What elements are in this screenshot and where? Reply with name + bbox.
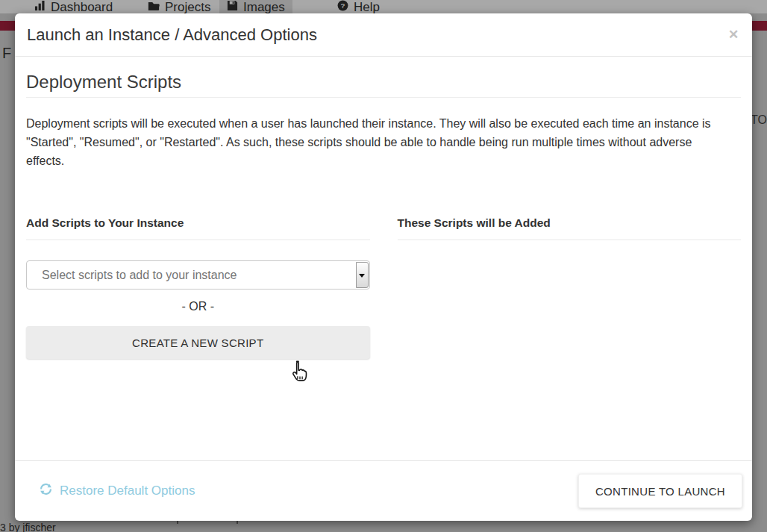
- bar-chart-icon: [34, 0, 46, 13]
- nav-tab-projects[interactable]: Projects: [140, 0, 218, 13]
- add-scripts-heading: Add Scripts to Your Instance: [26, 216, 370, 240]
- nav-tab-label: Help: [354, 0, 380, 13]
- nav-tab-help[interactable]: ? Help: [330, 0, 387, 13]
- top-navigation: Dashboard Projects Images ? Help: [0, 0, 767, 13]
- scripts-select-placeholder: Select scripts to add to your instance: [42, 261, 237, 289]
- refresh-icon: [39, 482, 53, 500]
- select-dropdown-arrow-icon: [356, 262, 369, 288]
- scripts-select[interactable]: Select scripts to add to your instance: [26, 260, 370, 290]
- added-scripts-heading: These Scripts will be Added: [398, 216, 742, 240]
- save-icon: [227, 0, 238, 13]
- section-heading: Deployment Scripts: [26, 72, 741, 98]
- added-scripts-column: These Scripts will be Added: [398, 216, 742, 434]
- continue-to-launch-button[interactable]: CONTINUE TO LAUNCH: [578, 474, 742, 508]
- nav-tab-images[interactable]: Images: [219, 0, 292, 13]
- added-scripts-empty-list: [398, 240, 742, 434]
- modal-title: Launch an Instance / Advanced Options: [27, 13, 317, 57]
- background-text-right: TO: [751, 113, 767, 127]
- create-new-script-button[interactable]: CREATE A NEW SCRIPT: [26, 326, 370, 359]
- background-text-bottom: 3 by jfischer: [0, 522, 56, 532]
- nav-tab-dashboard[interactable]: Dashboard: [27, 0, 120, 13]
- background-text-left: F: [2, 45, 11, 62]
- nav-tab-label: Images: [243, 0, 285, 13]
- modal-body: Deployment Scripts Deployment scripts wi…: [15, 72, 752, 434]
- or-separator: - OR -: [26, 299, 370, 314]
- modal-header: Launch an Instance / Advanced Options ✕: [15, 13, 752, 57]
- modal-footer: Restore Default Options CONTINUE TO LAUN…: [15, 460, 752, 521]
- nav-tab-label: Projects: [165, 0, 210, 13]
- restore-link-label: Restore Default Options: [60, 484, 195, 498]
- add-scripts-column: Add Scripts to Your Instance Select scri…: [26, 216, 370, 434]
- folder-icon: [148, 0, 160, 13]
- close-icon[interactable]: ✕: [725, 27, 742, 43]
- scripts-columns: Add Scripts to Your Instance Select scri…: [26, 216, 741, 434]
- help-circle-icon: ?: [337, 0, 348, 13]
- restore-default-options-link[interactable]: Restore Default Options: [39, 482, 195, 500]
- svg-text:?: ?: [340, 1, 345, 10]
- advanced-options-modal: Launch an Instance / Advanced Options ✕ …: [15, 13, 752, 521]
- nav-tab-label: Dashboard: [51, 0, 113, 13]
- section-description: Deployment scripts will be executed when…: [26, 114, 720, 170]
